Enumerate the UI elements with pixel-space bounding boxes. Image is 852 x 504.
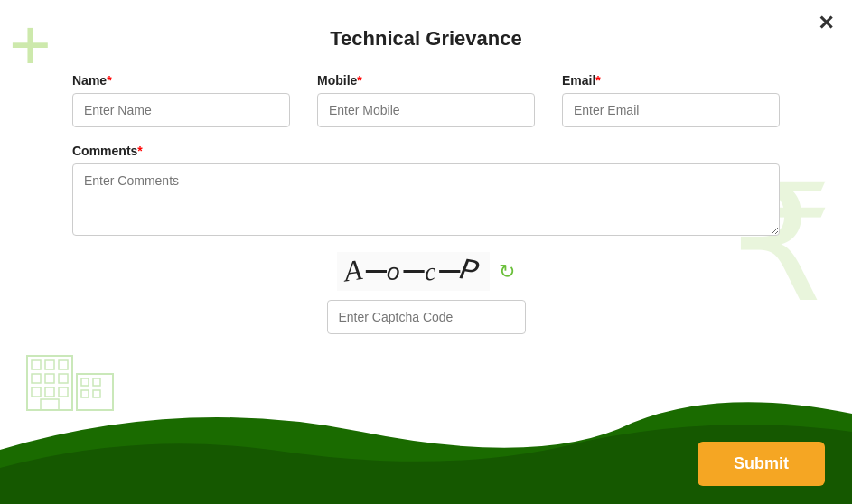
svg-rect-15 <box>93 390 100 397</box>
svg-rect-4 <box>32 374 41 383</box>
svg-rect-6 <box>59 374 68 383</box>
comments-required: * <box>137 144 142 158</box>
captcha-refresh-icon[interactable]: ↻ <box>499 260 515 284</box>
captcha-image-row: A o c P ↻ <box>337 252 514 291</box>
form-container: Technical Grievance Name* Mobile* Email* <box>0 0 852 352</box>
svg-rect-12 <box>81 378 89 386</box>
mobile-label: Mobile* <box>317 73 535 88</box>
close-button[interactable]: ✕ <box>818 14 834 33</box>
submit-button[interactable]: Submit <box>698 442 825 486</box>
name-label: Name* <box>72 73 290 88</box>
svg-rect-8 <box>45 387 54 397</box>
svg-rect-2 <box>45 360 54 369</box>
comments-label: Comments* <box>72 144 780 158</box>
modal-container: + ₹ ✕ <box>0 0 852 504</box>
email-input[interactable] <box>562 93 780 127</box>
email-required: * <box>595 73 600 88</box>
email-label: Email* <box>562 73 780 88</box>
svg-rect-1 <box>32 360 41 369</box>
comments-input[interactable] <box>72 163 780 236</box>
comments-group: Comments* <box>72 144 780 236</box>
name-group: Name* <box>72 73 290 127</box>
mobile-input[interactable] <box>317 93 535 127</box>
name-required: * <box>107 73 111 88</box>
page-title: Technical Grievance <box>72 27 780 51</box>
form-row-basic: Name* Mobile* Email* <box>72 73 780 127</box>
captcha-image: A o c P <box>337 252 489 291</box>
svg-rect-3 <box>59 360 68 369</box>
mobile-group: Mobile* <box>317 73 535 127</box>
email-group: Email* <box>562 73 780 127</box>
captcha-input[interactable] <box>327 300 526 334</box>
svg-rect-5 <box>45 374 54 383</box>
name-input[interactable] <box>72 93 290 127</box>
mobile-required: * <box>357 73 361 88</box>
svg-rect-11 <box>77 374 113 410</box>
captcha-section: A o c P ↻ <box>72 252 780 334</box>
svg-rect-13 <box>93 378 100 386</box>
svg-rect-14 <box>81 390 89 397</box>
svg-rect-10 <box>41 399 59 410</box>
svg-rect-7 <box>32 387 41 397</box>
svg-rect-9 <box>59 387 68 397</box>
